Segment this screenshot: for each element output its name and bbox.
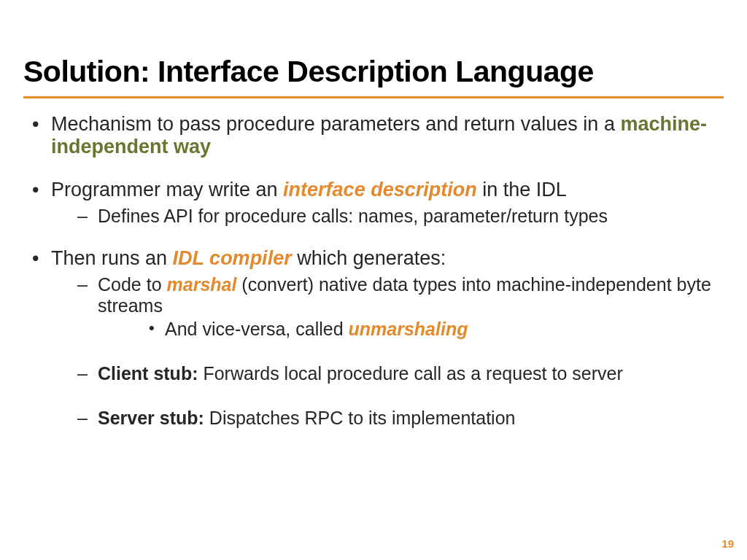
page-number: 19 — [721, 537, 734, 550]
bullet-1: Mechanism to pass procedure parameters a… — [29, 113, 724, 158]
slide: Solution: Interface Description Language… — [0, 0, 747, 429]
bullet-3-sub-2: Client stub: Forwards local procedure ca… — [73, 363, 724, 384]
bullet-3-sub-3-label: Server stub: — [98, 408, 204, 428]
slide-title: Solution: Interface Description Language — [23, 55, 724, 89]
spacer — [51, 346, 724, 359]
title-divider — [23, 96, 724, 98]
bullet-3-sub-1-sub-1-highlight: unmarshaling — [349, 319, 468, 339]
bullet-2-highlight: interface description — [283, 179, 477, 201]
bullet-3-sub-1-sub-1: And vice-versa, called unmarshaling — [144, 319, 724, 340]
bullet-3: Then runs an IDL compiler which generate… — [29, 247, 724, 429]
bullet-list: Mechanism to pass procedure parameters a… — [29, 113, 724, 429]
bullet-2: Programmer may write an interface descri… — [29, 179, 724, 227]
bullet-2-sub-1: Defines API for procedure calls: names, … — [73, 206, 724, 227]
bullet-2-text-a: Programmer may write an — [51, 179, 283, 201]
bullet-3-sub-1-highlight: marshal — [167, 274, 237, 295]
bullet-3-sub-1-sub-1-text-a: And vice-versa, called — [165, 319, 349, 339]
bullet-3-highlight: IDL compiler — [173, 247, 292, 269]
bullet-3-text-c: which generates: — [292, 247, 446, 269]
bullet-2-text-c: in the IDL — [477, 179, 567, 201]
bullet-3-sub-1: Code to marshal (convert) native data ty… — [73, 274, 724, 340]
bullet-3-sub-3-text: Dispatches RPC to its implementation — [204, 408, 516, 428]
bullet-3-sub-2-label: Client stub: — [98, 363, 198, 384]
bullet-1-text-a: Mechanism to pass procedure parameters a… — [51, 113, 620, 135]
bullet-2-sublist: Defines API for procedure calls: names, … — [51, 206, 724, 227]
slide-content: Mechanism to pass procedure parameters a… — [23, 113, 724, 429]
bullet-3-sub-1-sublist: And vice-versa, called unmarshaling — [98, 319, 724, 340]
bullet-3-sublist: Code to marshal (convert) native data ty… — [51, 274, 724, 429]
bullet-3-sub-2-text: Forwards local procedure call as a reque… — [198, 363, 623, 384]
bullet-3-text-a: Then runs an — [51, 247, 173, 269]
spacer — [51, 390, 724, 403]
bullet-3-sub-1-text-a: Code to — [98, 274, 167, 295]
bullet-3-sub-3: Server stub: Dispatches RPC to its imple… — [73, 408, 724, 429]
